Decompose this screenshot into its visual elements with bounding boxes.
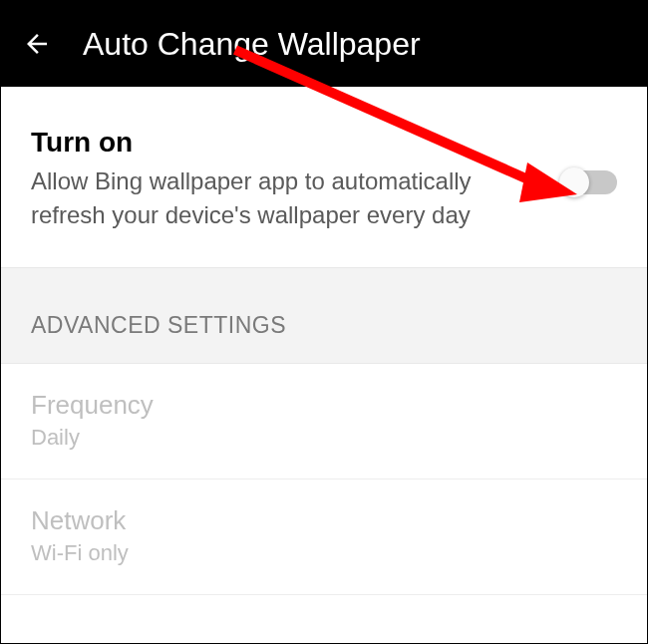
turn-on-title: Turn on [31, 127, 541, 159]
frequency-value: Daily [31, 425, 617, 451]
network-value: Wi-Fi only [31, 540, 617, 566]
turn-on-toggle[interactable] [561, 170, 617, 194]
turn-on-text-block: Turn on Allow Bing wallpaper app to auto… [31, 127, 561, 231]
arrow-left-icon [22, 29, 52, 59]
network-label: Network [31, 505, 617, 536]
turn-on-setting[interactable]: Turn on Allow Bing wallpaper app to auto… [1, 87, 647, 267]
header-bar: Auto Change Wallpaper [1, 1, 647, 87]
section-header-label: ADVANCED SETTINGS [31, 312, 617, 339]
frequency-label: Frequency [31, 390, 617, 421]
content-area: Turn on Allow Bing wallpaper app to auto… [1, 87, 647, 595]
page-title: Auto Change Wallpaper [83, 26, 421, 63]
toggle-knob [559, 167, 589, 197]
turn-on-description: Allow Bing wallpaper app to automaticall… [31, 164, 541, 231]
back-button[interactable] [19, 26, 55, 62]
network-setting[interactable]: Network Wi-Fi only [1, 480, 647, 595]
frequency-setting[interactable]: Frequency Daily [1, 364, 647, 480]
advanced-settings-header: ADVANCED SETTINGS [1, 267, 647, 364]
